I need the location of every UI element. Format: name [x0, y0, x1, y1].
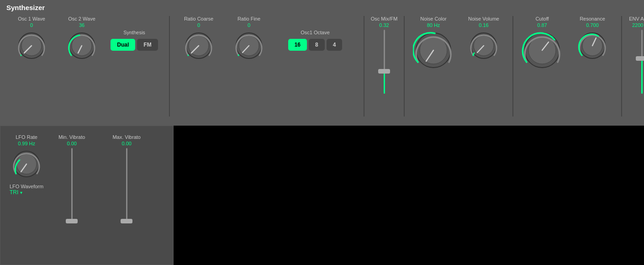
- maxvibrato-thumb[interactable]: [121, 219, 132, 223]
- noisevol-group: Noise Volume 0.16: [459, 16, 509, 62]
- divider-5: [621, 16, 622, 117]
- lfo-controls-row: LFO Rate 0.99 Hz LFO Waveform TRI: [10, 134, 164, 226]
- synth-dual-btn[interactable]: Dual: [111, 39, 135, 51]
- ratiocoarse-knob[interactable]: [183, 30, 215, 62]
- noisecolor-label: Noise Color: [420, 16, 446, 21]
- osc1wave-group: Osc 1 Wave 0: [6, 16, 57, 62]
- resonance-knob[interactable]: [576, 30, 608, 62]
- lforate-group: LFO Rate 0.99 Hz LFO Waveform TRI: [10, 134, 43, 196]
- noisevol-value: 0.16: [479, 22, 488, 28]
- oct-4-btn[interactable]: 4: [327, 39, 343, 51]
- minvibrato-slider[interactable]: [71, 148, 73, 226]
- oscmixfm-group: Osc Mix/FM 0.32: [368, 16, 400, 98]
- oscmixfm-fill: [384, 71, 385, 94]
- minvibrato-track: [71, 148, 73, 221]
- minvibrato-group: Min. Vibrato 0.00: [53, 134, 90, 226]
- envattack-fill: [641, 58, 643, 94]
- divider-3: [404, 16, 405, 117]
- lfowaveform-label: LFO Waveform: [10, 184, 43, 189]
- black-area: [174, 126, 644, 265]
- oct-8-btn[interactable]: 8: [309, 39, 325, 51]
- divider-4: [512, 16, 513, 117]
- minvibrato-thumb[interactable]: [66, 219, 78, 223]
- oscmixfm-track: [384, 30, 385, 94]
- minvibrato-value: 0.00: [67, 141, 76, 146]
- noisecolor-value: 80 Hz: [427, 22, 440, 28]
- octave-section: Osc1 Octave 16 8 4: [274, 16, 356, 51]
- noisecolor-group: Noise Color 80 Hz: [408, 16, 459, 71]
- cutoff-knob[interactable]: [522, 30, 563, 71]
- osc2wave-value: 36: [79, 22, 84, 28]
- synthesis-buttons: Dual FM: [111, 39, 158, 51]
- envattack-group: ENV Attack 2200 ms: [626, 16, 644, 98]
- osc2wave-knob[interactable]: [66, 30, 98, 62]
- noisecolor-knob[interactable]: [413, 30, 454, 71]
- ratiocoarse-value: 0: [197, 22, 200, 28]
- minvibrato-label: Min. Vibrato: [58, 134, 85, 140]
- oscmixfm-value: 0.32: [379, 22, 389, 28]
- oscmixfm-slider[interactable]: [384, 30, 385, 98]
- panel-title: Synthesizer: [6, 4, 638, 11]
- bottom-area: LFO Rate 0.99 Hz LFO Waveform TRI: [0, 126, 644, 265]
- ratiocoarse-label: Ratio Coarse: [184, 16, 213, 21]
- maxvibrato-slider[interactable]: [126, 148, 127, 226]
- resonance-label: Resonance: [580, 16, 605, 21]
- octave-buttons: 16 8 4: [288, 39, 343, 51]
- noisevol-label: Noise Volume: [468, 16, 499, 21]
- envattack-slider[interactable]: [641, 30, 643, 98]
- noisevol-knob[interactable]: [468, 30, 500, 62]
- osc1wave-label: Osc 1 Wave: [18, 16, 45, 21]
- maxvibrato-group: Max. Vibrato 0.00: [108, 134, 145, 226]
- envattack-value: 2200 ms: [632, 22, 644, 28]
- ratiofine-knob[interactable]: [233, 30, 265, 62]
- controls-row: Osc 1 Wave 0 Osc 2 Wave 36: [6, 16, 638, 117]
- lforate-label: LFO Rate: [16, 134, 37, 140]
- resonance-value: 0.700: [586, 22, 599, 28]
- octave-label: Osc1 Octave: [301, 30, 330, 35]
- maxvibrato-track: [126, 148, 127, 221]
- envattack-label: ENV Attack: [629, 16, 644, 21]
- osc2wave-group: Osc 2 Wave 36: [57, 16, 107, 62]
- osc1wave-value: 0: [30, 22, 33, 28]
- oscmixfm-label: Osc Mix/FM: [371, 16, 398, 21]
- ratiocoarse-group: Ratio Coarse 0: [174, 16, 224, 62]
- cutoff-value: 0.87: [537, 22, 547, 28]
- divider-1: [169, 16, 170, 117]
- ratiofine-label: Ratio Fine: [238, 16, 260, 21]
- maxvibrato-value: 0.00: [121, 141, 131, 146]
- osc2wave-label: Osc 2 Wave: [68, 16, 95, 21]
- lfo-panel: LFO Rate 0.99 Hz LFO Waveform TRI: [0, 126, 174, 265]
- lforate-knob[interactable]: [11, 148, 42, 180]
- cutoff-group: Cutoff 0.87: [517, 16, 567, 71]
- maxvibrato-label: Max. Vibrato: [112, 134, 141, 140]
- oscmixfm-thumb[interactable]: [378, 69, 390, 74]
- envattack-thumb[interactable]: [636, 56, 644, 61]
- lfowaveform-section: LFO Waveform TRI ▾: [10, 184, 43, 196]
- ratiofine-value: 0: [248, 22, 250, 28]
- divider-2: [364, 16, 364, 117]
- lforate-value: 0.99 Hz: [18, 141, 35, 146]
- osc1wave-knob[interactable]: [16, 30, 48, 62]
- synth-fm-btn[interactable]: FM: [137, 39, 158, 51]
- synthesis-label: Synthesis: [123, 30, 145, 35]
- envattack-track: [641, 30, 643, 94]
- oct-16-btn[interactable]: 16: [288, 39, 307, 51]
- lfowaveform-arrow: ▾: [20, 190, 22, 195]
- resonance-group: Resonance 0.700: [567, 16, 618, 62]
- ratiofine-group: Ratio Fine 0: [224, 16, 274, 62]
- cutoff-label: Cutoff: [535, 16, 549, 21]
- synthesis-section: Synthesis Dual FM: [107, 16, 162, 51]
- synth-panel: Synthesizer Osc 1 Wave 0 Osc 2 Wave 36: [0, 0, 644, 126]
- lfowaveform-value[interactable]: TRI ▾: [10, 189, 43, 196]
